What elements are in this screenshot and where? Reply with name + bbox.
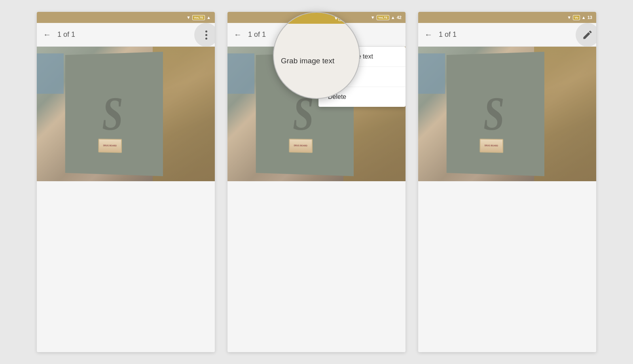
dot-3 bbox=[205, 38, 207, 40]
status-bar-3: ▼ Vo ▲ 13 bbox=[418, 12, 596, 23]
volte-badge-1: VoLTE bbox=[192, 15, 205, 20]
back-button-3[interactable]: ← bbox=[425, 30, 432, 39]
white-space-2 bbox=[227, 181, 406, 352]
book-image-1: S DRUG BOARD bbox=[37, 47, 215, 181]
magnify-body: Grab image text bbox=[274, 24, 359, 98]
signal-icon-2: ▲ bbox=[391, 15, 395, 20]
edit-icon bbox=[582, 29, 593, 40]
status-icons-1: ▼ VoLTE ▲ bbox=[186, 15, 211, 20]
page-counter-3: 1 of 1 bbox=[439, 30, 590, 39]
page-counter-1: 1 of 1 bbox=[57, 30, 208, 39]
status-icons-3: ▼ Vo ▲ 13 bbox=[567, 15, 592, 20]
signal-icon-1: ▲ bbox=[207, 15, 211, 20]
app-bar-1: ← 1 of 1 bbox=[37, 23, 215, 47]
back-button-1[interactable]: ← bbox=[43, 30, 51, 39]
white-space-1 bbox=[37, 181, 215, 352]
image-overlay-1 bbox=[37, 47, 215, 181]
image-area-1: S DRUG BOARD bbox=[37, 47, 215, 352]
app-bar-3: ← 1 of 1 bbox=[418, 23, 596, 47]
time-3: 13 bbox=[588, 15, 592, 20]
volte-badge-3: Vo bbox=[573, 15, 580, 20]
phone-2-wrapper: ▼ VoLTE ▲ Grab image text ▼ VoLTE ▲ 42 ←… bbox=[227, 12, 406, 352]
magnify-circle: ▼ VoLTE ▲ Grab image text bbox=[273, 12, 360, 99]
three-dots-icon bbox=[205, 30, 207, 40]
wifi-icon-1: ▼ bbox=[186, 15, 191, 20]
phone-1: ▼ VoLTE ▲ ← 1 of 1 S DRUG BOARD bbox=[37, 12, 215, 352]
image-area-3: S DRUG BOARD bbox=[418, 47, 596, 352]
edit-button-3[interactable] bbox=[576, 23, 596, 47]
image-overlay-3 bbox=[418, 47, 596, 181]
book-image-3: S DRUG BOARD bbox=[418, 47, 596, 181]
time-2: 42 bbox=[397, 15, 402, 20]
status-icons-2: ▼ VoLTE ▲ 42 bbox=[371, 15, 402, 20]
wifi-icon-3: ▼ bbox=[567, 15, 571, 20]
dot-2 bbox=[205, 34, 207, 36]
wifi-icon-2: ▼ bbox=[371, 15, 375, 20]
back-button-2[interactable]: ← bbox=[234, 30, 242, 39]
status-bar-1: ▼ VoLTE ▲ bbox=[37, 12, 215, 23]
more-options-button-1[interactable] bbox=[194, 23, 215, 47]
phone-3: ▼ Vo ▲ 13 ← 1 of 1 S DRUG BOARD bbox=[418, 12, 596, 352]
grab-image-text-magnified: Grab image text bbox=[281, 57, 334, 65]
signal-icon-3: ▲ bbox=[582, 15, 586, 20]
white-space-3 bbox=[418, 181, 596, 352]
volte-badge-2: VoLTE bbox=[377, 15, 389, 20]
dot-1 bbox=[205, 30, 207, 32]
